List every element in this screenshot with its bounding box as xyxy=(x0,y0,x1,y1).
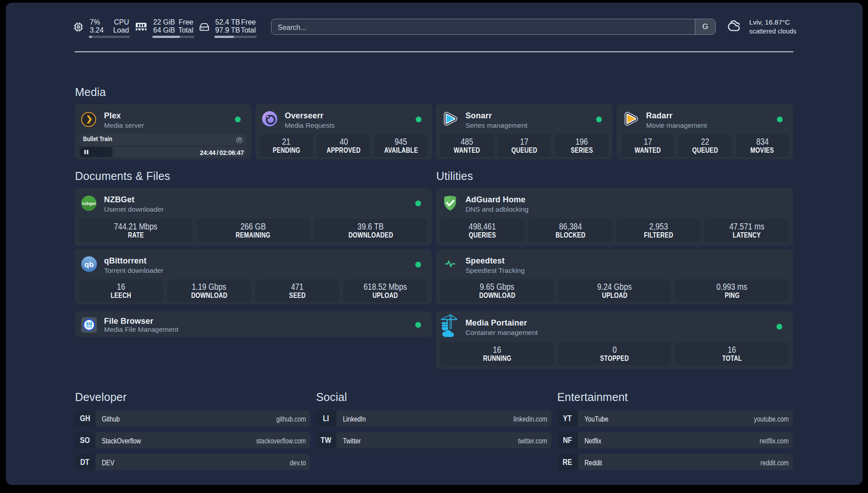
svg-text:nzbget: nzbget xyxy=(82,201,96,206)
svg-text:qb: qb xyxy=(84,260,94,269)
